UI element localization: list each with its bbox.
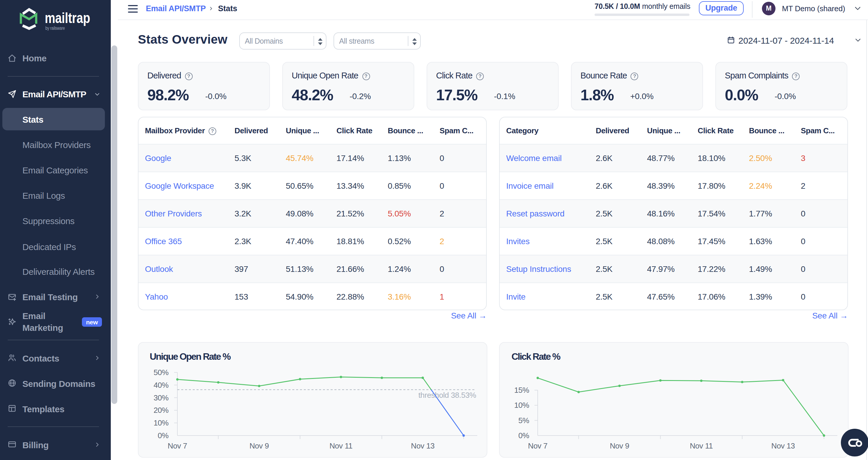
svg-text:30%: 30% [154,393,168,402]
svg-text:Nov 7: Nov 7 [528,441,548,450]
svg-text:15%: 15% [514,385,529,394]
svg-text:Nov 11: Nov 11 [330,441,352,450]
svg-text:20%: 20% [154,405,168,414]
svg-text:Nov 13: Nov 13 [771,441,795,450]
svg-text:Nov 11: Nov 11 [690,441,713,450]
svg-text:10%: 10% [514,400,529,409]
svg-text:50%: 50% [154,368,168,377]
svg-text:Nov 9: Nov 9 [250,441,269,450]
svg-text:Nov 9: Nov 9 [610,441,629,450]
svg-text:5%: 5% [518,416,529,425]
svg-text:10%: 10% [154,418,168,427]
svg-text:0%: 0% [158,431,168,440]
svg-text:40%: 40% [154,380,168,389]
svg-text:threshold 38.53%: threshold 38.53% [418,391,476,399]
svg-text:0%: 0% [518,431,529,440]
svg-text:Nov 13: Nov 13 [411,441,435,450]
svg-text:Nov 7: Nov 7 [168,441,187,450]
